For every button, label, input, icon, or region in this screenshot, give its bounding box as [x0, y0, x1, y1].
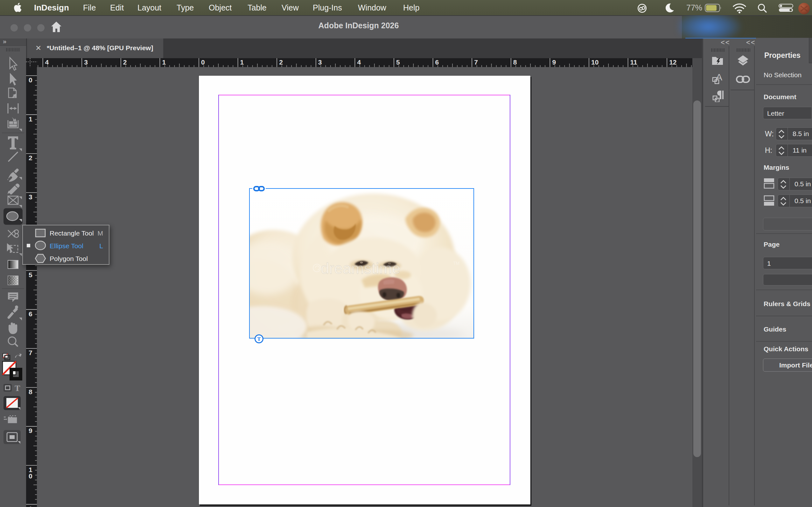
- svg-text:3: 3: [318, 58, 322, 66]
- svg-text:9: 9: [29, 427, 33, 434]
- svg-text:4: 4: [357, 58, 361, 66]
- svg-text:0: 0: [29, 472, 33, 480]
- svg-text:6: 6: [435, 58, 439, 66]
- svg-text:11: 11: [630, 58, 638, 66]
- svg-text:0: 0: [29, 76, 33, 83]
- svg-text:2: 2: [29, 154, 33, 162]
- svg-text:8: 8: [513, 58, 517, 66]
- svg-text:7: 7: [29, 349, 33, 356]
- svg-text:8: 8: [29, 388, 33, 395]
- svg-text:2: 2: [123, 58, 127, 66]
- svg-text:1: 1: [162, 58, 166, 66]
- svg-text:3: 3: [84, 58, 88, 66]
- svg-text:12: 12: [669, 58, 676, 66]
- svg-text:9: 9: [552, 58, 556, 66]
- svg-text:TM: TM: [453, 261, 459, 266]
- svg-text:2: 2: [279, 58, 283, 66]
- svg-text:1: 1: [240, 58, 244, 66]
- svg-text:0: 0: [201, 58, 205, 66]
- svg-text:6: 6: [29, 310, 33, 318]
- svg-text:T: T: [257, 336, 261, 342]
- svg-text:4: 4: [45, 58, 49, 66]
- svg-text:1: 1: [29, 115, 33, 123]
- svg-text:1: 1: [29, 505, 33, 507]
- svg-text:5: 5: [396, 58, 400, 66]
- svg-text:3: 3: [29, 193, 33, 201]
- svg-text:7: 7: [474, 58, 478, 66]
- svg-text:5: 5: [29, 271, 33, 278]
- svg-text:dreamstime: dreamstime: [321, 260, 401, 277]
- svg-text:T: T: [15, 384, 20, 393]
- svg-text:10: 10: [591, 58, 599, 66]
